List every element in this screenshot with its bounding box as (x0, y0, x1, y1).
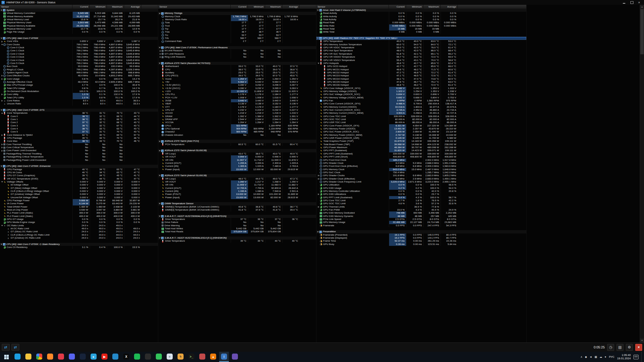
sensor-row[interactable]: Core Temperatures38 °C31 °C70 °C43 °C (0, 112, 158, 115)
minimize-button[interactable] (623, 1, 626, 4)
sensor-row[interactable]: ϟVBAT3.136 V3.136 V3.152 V3.136 V (158, 102, 316, 105)
expand-arrow-icon[interactable] (317, 206, 320, 208)
expand-arrow-icon[interactable] (1, 100, 3, 102)
sensor-row[interactable]: ϟVCCIO1.216 V1.216 V1.216 V1.216 V (158, 112, 316, 115)
sensor-row[interactable]: Package/Ring Critical TemperatureNoNoNo (0, 155, 158, 158)
section-header-row[interactable]: CPU [#0]: Intel Core i7-8700K: C-State R… (0, 243, 158, 246)
sensor-row[interactable]: Core 038 °C32 °C66 °C44 °C (0, 115, 158, 118)
section-header-row[interactable]: CPU [#0]: Intel Core i7-8700K: Performan… (158, 46, 316, 49)
section-header-row[interactable]: ASRock Z370 Taichi (Intersil ISL69138) (158, 174, 316, 177)
sensor-row[interactable]: System Agent Clock999.0 MHz998.1 MHz999.… (0, 71, 158, 74)
column-header-minimum[interactable]: Minimum (90, 5, 107, 9)
sensor-row[interactable]: GPU MCD1 Hotspot46.6 °C46.2 °C71.5 °C60.… (316, 68, 526, 71)
collapse-arrow-icon[interactable] (0, 110, 3, 111)
start-button[interactable] (0, 352, 13, 362)
expand-arrow-icon[interactable] (1, 144, 3, 145)
sensor-row[interactable]: CPU (PECI)39.0 °C34.0 °C67.0 °C45.6 °C (158, 74, 316, 77)
taskbar-app-discord[interactable] (67, 352, 77, 362)
taskbar-app-winamp[interactable]: ϟ (176, 352, 185, 362)
show-desktop-button[interactable] (641, 352, 643, 362)
sensor-row[interactable]: ϟGPU Memory Power (VDDCI_MEM)2.747 W0.13… (316, 134, 526, 137)
sensor-row[interactable]: Core 537 °C31 °C70 °C43 °C (0, 130, 158, 133)
maximize-button[interactable] (630, 1, 633, 4)
sensor-row[interactable]: GPU MCD6 Hotspot46.8 °C46.2 °C72.9 °C61.… (316, 84, 526, 87)
sensor-row[interactable]: Core 438 °C33 °C63 °C43 °C (0, 127, 158, 130)
sensor-row[interactable]: ϟGPU USR TDC Limit86.000 A86.000 A86.000… (316, 121, 526, 124)
column-header-maximum[interactable]: Maximum (423, 5, 441, 9)
sensor-row[interactable]: Core Usage0.8 %0.0 %100.0 %14.2 % (0, 78, 158, 81)
sensor-row[interactable]: ϟGPU Core TDC Limit328.000 A328.000 A328… (316, 115, 526, 118)
column-header-current[interactable]: Current (389, 5, 406, 9)
reset-clock-button[interactable]: ◷ (607, 344, 614, 351)
taskbar-app-opera[interactable] (56, 352, 66, 362)
sensor-row[interactable]: Trcd17 T17 T17 T (158, 24, 316, 27)
sensor-row[interactable]: GPU VR SoC Temperature51.8 °C42.1 °C65.1… (316, 52, 526, 56)
sensor-row[interactable]: ϟVR VIN11.907 V11.710 V11.999 V11.878 V (158, 159, 316, 162)
sensor-row[interactable]: ϟ+5V5.064 V5.040 V5.064 V5.053 V (158, 81, 316, 84)
collapse-arrow-icon[interactable] (1, 44, 3, 45)
sensor-row[interactable]: ϟVTT1.176 V1.176 V1.184 V1.177 V (158, 106, 316, 109)
sensor-row[interactable]: Write Rate0.000 MB/s0.000 MB/s0.000 MB/s… (316, 24, 526, 27)
column-header-average[interactable]: Average (441, 5, 458, 9)
sensor-row[interactable]: Core Utility1.0 %0.1 %132.0 %17.9 % (0, 93, 158, 96)
sensor-row[interactable]: ϟTotal Board Power (TBP)39.568 W14.998 W… (316, 143, 526, 146)
expand-arrow-icon[interactable] (317, 178, 320, 180)
sensor-row[interactable]: GPU Shader Clock6.0 MHz5.0 MHz2,688.0 MH… (316, 162, 526, 165)
taskbar-app-steam[interactable] (78, 352, 88, 362)
taskbar-app-spotify[interactable] (132, 352, 142, 362)
sensor-row[interactable]: ϟPower (Input)15.000 W13.000 W82.000 W28… (158, 196, 316, 199)
sensor-row[interactable]: ϟVCCSA1.264 V1.264 V1.264 V1.264 V (158, 121, 316, 124)
sensor-row[interactable]: ϟTotal Graphics Power (TGP)31.679 W14.18… (316, 140, 526, 143)
settings-button[interactable]: ⚙ (626, 344, 633, 351)
sensor-row[interactable]: GPU PPT Limit (Sustained)9.4 %4.3 %100.0… (316, 196, 526, 199)
section-header-row[interactable]: ASRock Z370 Taichi (Intersil ISL69138) (158, 149, 316, 152)
sensor-row[interactable]: Core 138 °C32 °C66 °C44 °C (0, 118, 158, 121)
sensor-row[interactable]: PCIe Link Speed2.5 GT/s2.5 GT/s8.0 GT/s8… (316, 218, 526, 221)
expand-arrow-icon[interactable] (1, 147, 3, 148)
sensor-row[interactable]: ϟPower (POUT)13.000 W10.000 W101.000 W31… (158, 193, 316, 196)
expand-arrow-icon[interactable] (1, 78, 3, 80)
sensor-row[interactable]: CPU Package39 °C34 °C70 °C46 °C (0, 137, 158, 140)
sensor-row[interactable]: Frame Time52.37 ms0.00 ms261.29 ms22.26 … (316, 240, 526, 243)
sensor-row[interactable]: Core C0 Residency3.1 %0.4 %100.0 %15.5 % (0, 246, 158, 249)
sensor-row[interactable]: Virtual Memory Committed5,945 MB5,915 MB… (0, 12, 158, 15)
taskbar-app-file-explorer[interactable] (24, 352, 33, 362)
collapse-arrow-icon[interactable] (1, 181, 3, 183)
collapse-arrow-icon[interactable] (158, 150, 161, 151)
taskbar-app-terminal[interactable]: >_ (187, 352, 196, 362)
sensor-row[interactable]: ϟIA Cores Power6.144 W5.275 W63.443 W29.… (0, 202, 158, 205)
sensor-row[interactable]: ϟCPU Package Power9.666 W8.796 W66.948 W… (0, 199, 158, 202)
taskbar-app-firefox[interactable] (45, 352, 55, 362)
sensor-row[interactable]: VR VCC Temperature (SVID)48 °C44 °C49 °C… (0, 177, 158, 180)
sensor-row[interactable]: ϟGPU Memory Voltage (VDDIO)1.323 V1.254 … (316, 90, 526, 93)
sensor-row[interactable]: Chassis IntrusionNoNoNo (158, 134, 316, 137)
column-header-current[interactable]: Current (231, 5, 248, 9)
sensor-row[interactable]: Framerate (Displayed)19.2 FPS0.0 FPS144.… (316, 237, 526, 240)
collapse-arrow-icon[interactable] (158, 216, 161, 217)
taskbar-app-paint[interactable] (197, 352, 207, 362)
action-center-icon[interactable] (633, 355, 639, 359)
column-header-maximum[interactable]: Maximum (107, 5, 124, 9)
language-indicator[interactable]: РУС (609, 355, 614, 358)
taskbar-app-hwinfo[interactable]: i (219, 352, 229, 362)
taskbar-app-vlc[interactable]: ▲ (208, 352, 218, 362)
expand-arrow-icon[interactable] (317, 193, 320, 195)
sensor-row[interactable]: GPU Memory Junction Temperature60.0 °C54… (316, 43, 526, 46)
taskbar-clock[interactable]: 1:05:40 19.01.2024 (617, 354, 631, 360)
column-header-sensor[interactable]: Sensor (0, 5, 72, 9)
sensor-row[interactable]: GPU GT Usage0.0 %0.0 %0.0 %0.0 % (0, 218, 158, 221)
sensor-row[interactable]: xOC Ratio Limits24.0 x24.0 x49.0 x (0, 224, 158, 227)
sensor-row[interactable]: ϟGPU PPT Limit (Short)406.800 W406.800 W… (316, 155, 526, 158)
sensor-row[interactable]: CPU GT Cores (Graphics)39 °C34 °C45 °C41… (0, 174, 158, 177)
taskbar-app-telegram[interactable]: ▸ (89, 352, 98, 362)
expand-arrow-icon[interactable] (1, 150, 3, 152)
sensor-row[interactable]: Physical Memory Load10.7 %10.6 %14.0 %12… (0, 27, 158, 30)
sensor-row[interactable]: GPU D3D Memory Dedicated748 MB693 MB3,45… (316, 211, 526, 214)
sensor-row[interactable]: VR Loop148.0 °C44.0 °C49.0 °C47.3 °C (158, 177, 316, 180)
network-icon[interactable]: ▦ (594, 355, 597, 358)
sensor-row[interactable]: ϟGPU Core Power (VDDCR_GFX)6.321 W4.054 … (316, 124, 526, 127)
sensor-row[interactable]: ϟPL1 Power Limit (Static)300.0 W300.0 W3… (0, 211, 158, 214)
sensor-row[interactable]: GPU SOC TDC Limit4.6 %3.6 %57.2 %32.6 % (316, 202, 526, 205)
vertical-scrollbar[interactable]: ▲ ▼ (640, 5, 644, 342)
section-header-row[interactable]: S.M.A.R.T.: HGST HUS726060ALE614 [0:1] (… (158, 237, 316, 240)
